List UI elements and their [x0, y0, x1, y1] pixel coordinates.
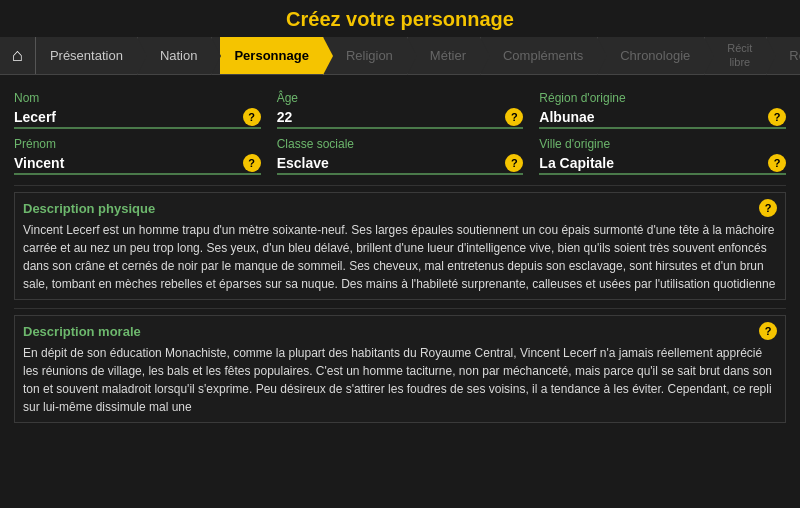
description-morale-section: Description morale ? En dépit de son édu…: [14, 315, 786, 423]
nav-item-personnage[interactable]: Personnage: [220, 37, 323, 74]
value-ville: La Capitale: [539, 153, 768, 173]
field-row-nom: Lecerf ?: [14, 107, 261, 129]
desc-physique-header: Description physique ?: [23, 199, 777, 217]
nav-item-recapitulatif: Récapitulatif: [775, 37, 800, 74]
field-region: Région d'origine Albunae ?: [539, 91, 786, 129]
divider-1: [14, 185, 786, 186]
nav-arrow-nation: [211, 37, 221, 75]
value-age: 22: [277, 107, 506, 127]
page-title: Créez votre personnage: [0, 0, 800, 37]
nav-arrow-chronologie: [704, 37, 714, 75]
desc-morale-title: Description morale: [23, 324, 141, 339]
help-desc-physique[interactable]: ?: [759, 199, 777, 217]
help-region[interactable]: ?: [768, 108, 786, 126]
label-region: Région d'origine: [539, 91, 786, 105]
value-nom: Lecerf: [14, 107, 243, 127]
field-row-ville: La Capitale ?: [539, 153, 786, 175]
nav-item-religion: Religion: [332, 37, 408, 74]
value-classe: Esclave: [277, 153, 506, 173]
help-age[interactable]: ?: [505, 108, 523, 126]
nav-arrow-complements: [597, 37, 607, 75]
label-classe: Classe sociale: [277, 137, 524, 151]
nav-item-presentation[interactable]: Présentation: [36, 37, 138, 74]
field-ville: Ville d'origine La Capitale ?: [539, 137, 786, 175]
nav-item-recit-libre: Récitlibre: [713, 37, 767, 74]
label-prenom: Prénom: [14, 137, 261, 151]
nav-item-complements: Compléments: [489, 37, 598, 74]
nav-item-chronologie: Chronologie: [606, 37, 705, 74]
desc-physique-title: Description physique: [23, 201, 155, 216]
navigation-bar: ⌂ Présentation Nation Personnage Religio…: [0, 37, 800, 75]
help-prenom[interactable]: ?: [243, 154, 261, 172]
field-row-age: 22 ?: [277, 107, 524, 129]
field-row-region: Albunae ?: [539, 107, 786, 129]
field-nom: Nom Lecerf ?: [14, 91, 261, 129]
help-ville[interactable]: ?: [768, 154, 786, 172]
label-ville: Ville d'origine: [539, 137, 786, 151]
description-physique-section: Description physique ? Vincent Lecerf es…: [14, 192, 786, 300]
desc-morale-text: En dépit de son éducation Monachiste, co…: [23, 344, 777, 416]
value-prenom: Vincent: [14, 153, 243, 173]
nav-arrow-recit-libre: [766, 37, 776, 75]
value-region: Albunae: [539, 107, 768, 127]
field-row-classe: Esclave ?: [277, 153, 524, 175]
nav-arrow-metier: [480, 37, 490, 75]
label-age: Âge: [277, 91, 524, 105]
divider-2: [14, 308, 786, 309]
label-nom: Nom: [14, 91, 261, 105]
help-desc-morale[interactable]: ?: [759, 322, 777, 340]
content-area: Nom Lecerf ? Âge 22 ? Région d'origine A…: [0, 75, 800, 441]
help-classe[interactable]: ?: [505, 154, 523, 172]
desc-morale-header: Description morale ?: [23, 322, 777, 340]
help-nom[interactable]: ?: [243, 108, 261, 126]
nav-arrow-presentation: [137, 37, 147, 75]
field-age: Âge 22 ?: [277, 91, 524, 129]
desc-physique-text: Vincent Lecerf est un homme trapu d'un m…: [23, 221, 777, 293]
field-prenom: Prénom Vincent ?: [14, 137, 261, 175]
nav-item-metier: Métier: [416, 37, 481, 74]
field-classe: Classe sociale Esclave ?: [277, 137, 524, 175]
nav-arrow-religion: [407, 37, 417, 75]
form-grid: Nom Lecerf ? Âge 22 ? Région d'origine A…: [14, 91, 786, 175]
field-row-prenom: Vincent ?: [14, 153, 261, 175]
nav-arrow-personnage: [323, 37, 333, 75]
home-button[interactable]: ⌂: [0, 37, 36, 74]
nav-item-nation[interactable]: Nation: [146, 37, 213, 74]
